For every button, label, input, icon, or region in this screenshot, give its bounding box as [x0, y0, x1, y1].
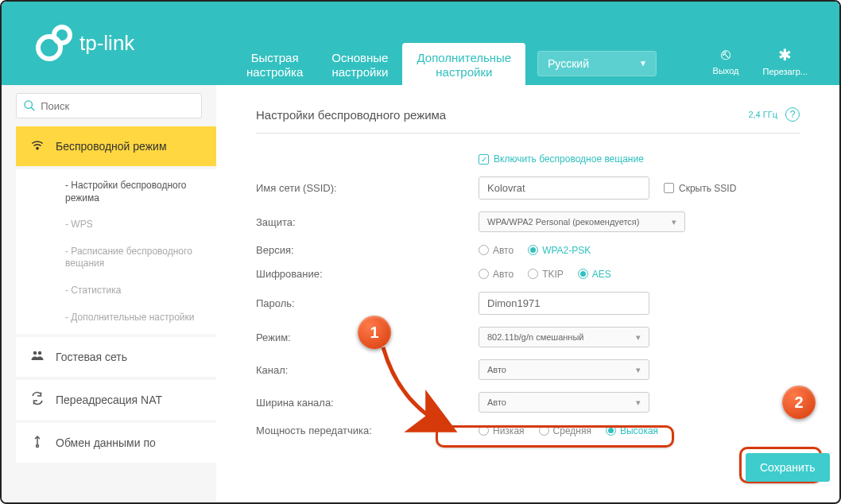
- label-encryption: Шифрование:: [256, 268, 479, 280]
- sidebar-item-label: Обмен данными по: [56, 436, 156, 449]
- channel-select[interactable]: Авто: [479, 359, 649, 380]
- row-channel: Канал: Авто: [256, 359, 800, 380]
- svg-line-3: [31, 107, 34, 110]
- sidebar-item-label: Беспроводной режим: [56, 140, 167, 153]
- checkbox-icon: ✓: [479, 154, 489, 165]
- label-channel: Канал:: [256, 364, 479, 376]
- guest-icon: [29, 348, 46, 366]
- annotation-step-2: 2: [782, 386, 816, 419]
- ssid-input[interactable]: [479, 176, 649, 200]
- row-mode: Режим: 802.11b/g/n смешанный: [256, 327, 800, 347]
- sidebar-item-label: Переадресация NAT: [56, 394, 162, 406]
- row-encryption: Шифрование: Авто TKIP AES: [256, 268, 800, 280]
- band-label[interactable]: 2,4 ГГц: [748, 110, 777, 119]
- enable-radio-checkbox[interactable]: ✓ Включить беспроводное вещание: [479, 153, 644, 165]
- logo: tp-link: [33, 24, 134, 64]
- content-header: Настройки беспроводного режима 2,4 ГГц ?: [256, 107, 800, 134]
- search-box[interactable]: [16, 93, 202, 118]
- label-security: Защита:: [256, 216, 479, 228]
- row-ssid: Имя сети (SSID): Скрыть SSID: [256, 176, 800, 200]
- svg-point-5: [33, 351, 37, 355]
- reboot-label: Перезагр...: [763, 67, 808, 76]
- header-actions: ⎋ Выход ✱ Перезагр...: [713, 45, 808, 76]
- tplink-logo-icon: [33, 24, 73, 64]
- label-version: Версия:: [256, 244, 479, 256]
- content: Настройки беспроводного режима 2,4 ГГц ?…: [216, 85, 839, 502]
- label-width: Ширина канала:: [256, 397, 479, 409]
- row-width: Ширина канала: Авто: [256, 392, 800, 413]
- usb-icon: [29, 434, 46, 452]
- header: tp-link Быстрая настройка Основные настр…: [2, 2, 839, 85]
- sub-schedule[interactable]: - Расписание беспроводного вещания: [16, 238, 216, 277]
- label-ssid: Имя сети (SSID):: [256, 182, 479, 194]
- language-select[interactable]: Русский: [537, 51, 657, 76]
- hide-ssid-checkbox[interactable]: Скрыть SSID: [664, 183, 736, 194]
- annotation-box-power: [436, 425, 674, 448]
- sub-statistics[interactable]: - Статистика: [16, 277, 216, 304]
- save-button[interactable]: Сохранить: [746, 453, 830, 482]
- body: Беспроводной режим - Настройки беспровод…: [2, 85, 839, 502]
- row-enable-radio: ✓ Включить беспроводное вещание: [256, 153, 800, 165]
- sidebar: Беспроводной режим - Настройки беспровод…: [2, 85, 216, 502]
- sidebar-item-guest[interactable]: Гостевая сеть: [16, 337, 216, 377]
- enc-tkip-radio[interactable]: TKIP: [528, 269, 564, 280]
- svg-point-2: [25, 101, 32, 108]
- annotation-box-save: Сохранить: [739, 447, 822, 483]
- svg-point-4: [37, 147, 38, 149]
- enc-auto-radio[interactable]: Авто: [479, 269, 514, 280]
- row-security: Защита: WPA/WPA2 Personal (рекомендуется…: [256, 211, 800, 232]
- enable-radio-label: Включить беспроводное вещание: [494, 153, 644, 165]
- svg-point-1: [54, 27, 70, 43]
- sidebar-item-label: Гостевая сеть: [56, 351, 127, 363]
- nat-icon: [29, 391, 46, 409]
- hide-ssid-label: Скрыть SSID: [679, 183, 736, 194]
- search-input[interactable]: [41, 100, 195, 112]
- sidebar-item-data[interactable]: Обмен данными по: [16, 423, 216, 463]
- row-version: Версия: Авто WPA2-PSK: [256, 244, 800, 256]
- wifi-icon: [29, 138, 46, 155]
- help-icon[interactable]: ?: [785, 107, 800, 122]
- page-title: Настройки беспроводного режима: [256, 108, 446, 122]
- logout-button[interactable]: ⎋ Выход: [713, 45, 739, 76]
- sub-advanced[interactable]: - Дополнительные настройки: [16, 304, 216, 331]
- width-select[interactable]: Авто: [479, 392, 649, 413]
- svg-point-7: [37, 445, 39, 448]
- sidebar-item-wireless[interactable]: Беспроводной режим: [16, 126, 216, 166]
- svg-point-6: [38, 351, 42, 355]
- brand-text: tp-link: [79, 31, 134, 56]
- search-icon: [23, 99, 36, 113]
- sidebar-item-nat[interactable]: Переадресация NAT: [16, 380, 216, 420]
- password-input[interactable]: [479, 292, 649, 315]
- reboot-icon: ✱: [763, 45, 808, 64]
- reboot-button[interactable]: ✱ Перезагр...: [763, 45, 808, 76]
- version-auto-radio[interactable]: Авто: [479, 245, 514, 256]
- version-wpa2-radio[interactable]: WPA2-PSK: [528, 245, 591, 256]
- sub-wps[interactable]: - WPS: [16, 211, 216, 238]
- logout-label: Выход: [713, 66, 739, 76]
- row-password: Пароль:: [256, 292, 800, 315]
- label-password: Пароль:: [256, 297, 479, 309]
- logout-icon: ⎋: [713, 45, 739, 64]
- wireless-subitems: - Настройки беспроводного режима - WPS -…: [16, 169, 216, 334]
- sub-wireless-settings[interactable]: - Настройки беспроводного режима: [16, 173, 216, 211]
- security-select[interactable]: WPA/WPA2 Personal (рекомендуется): [479, 211, 685, 232]
- annotation-step-1: 1: [358, 316, 391, 349]
- enc-aes-radio[interactable]: AES: [578, 269, 611, 280]
- checkbox-icon: [664, 183, 674, 193]
- mode-select[interactable]: 802.11b/g/n смешанный: [479, 327, 649, 347]
